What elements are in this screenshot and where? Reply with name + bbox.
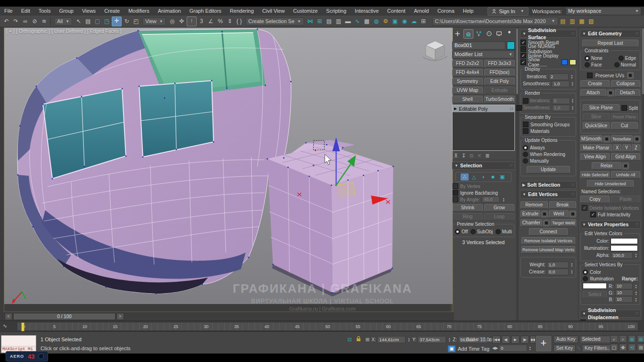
configure-modifier-sets-icon[interactable]: ≣ xyxy=(485,153,489,159)
schematic-view-button[interactable]: ▦ xyxy=(363,17,372,26)
edge-subobject-button[interactable]: △ xyxy=(470,173,478,181)
angle-snap-toggle[interactable]: ∠ xyxy=(206,17,215,26)
menu-item[interactable]: Edit xyxy=(17,7,34,16)
zoom-extents-all-button[interactable]: ◍ xyxy=(637,335,644,343)
orbit-button[interactable]: ⟲ xyxy=(628,344,636,351)
manually-radio[interactable] xyxy=(523,158,528,164)
menu-item[interactable]: Tools xyxy=(34,7,55,16)
preview-subobj-radio[interactable] xyxy=(471,229,476,234)
set-keys-button[interactable]: + xyxy=(535,335,552,352)
planar-z-button[interactable]: Z xyxy=(632,144,640,152)
y-spinner[interactable]: ▲▼ xyxy=(447,337,451,342)
go-to-start-button[interactable]: |◀◀ xyxy=(492,336,501,344)
curve-editor-button[interactable]: ∿ xyxy=(353,17,362,26)
render-smoothness-checkbox[interactable] xyxy=(516,105,522,111)
selection-filter-dropdown[interactable]: All ▼ xyxy=(54,17,72,25)
create-button[interactable]: Create xyxy=(580,80,610,88)
key-mode-toggle[interactable]: ◀▶ xyxy=(492,346,498,350)
constraint-face-radio[interactable] xyxy=(585,62,590,67)
select-by-color-radio[interactable] xyxy=(583,270,588,275)
menu-item[interactable]: Content xyxy=(383,7,410,16)
menu-item[interactable]: Views xyxy=(78,7,100,16)
vertex-properties-header[interactable]: ▼ Vertex Properties ∷ xyxy=(580,221,641,229)
current-frame-field[interactable]: 0 xyxy=(499,345,527,352)
weight-field[interactable]: 1,0 xyxy=(547,262,569,268)
collapse-button[interactable]: Collapse xyxy=(611,80,640,88)
tab-create[interactable] xyxy=(453,29,462,38)
snaps-toggle[interactable]: 3 xyxy=(197,17,206,26)
redo-button[interactable]: ↷ xyxy=(11,17,20,26)
sign-in-button[interactable]: Sign In ▼ xyxy=(487,7,528,16)
remove-isolated-vertices-button[interactable]: Remove Isolated Vertices xyxy=(521,237,575,245)
materials-checkbox[interactable] xyxy=(523,128,528,134)
select-by-illumination-radio[interactable] xyxy=(583,276,588,281)
preview-multi-radio-row[interactable]: Multi xyxy=(495,229,512,234)
constraint-face-row[interactable]: Face xyxy=(585,62,602,67)
render-iterations-checkbox[interactable] xyxy=(523,98,528,104)
b-field[interactable]: 10 xyxy=(615,296,633,303)
menu-item[interactable]: Scripting xyxy=(322,7,351,16)
soft-selection-header[interactable]: ▶ Soft Selection ∷ xyxy=(520,181,577,189)
key-steps-icon[interactable]: ⟍ xyxy=(577,346,580,351)
time-slider-handle[interactable]: 0 / 100 xyxy=(13,313,116,320)
project-path-dropdown[interactable]: C:\Users\Константин\Documents\3ds Max 20… xyxy=(432,17,558,25)
modifier-button-ffdbox[interactable]: FFD(box) xyxy=(484,69,515,76)
hide-selected-button[interactable]: Hide Selected xyxy=(580,171,610,179)
cage-color-swatch-1[interactable] xyxy=(561,59,568,65)
rendered-frame-window-button[interactable]: ▣ xyxy=(391,17,400,26)
toggle-scene-explorer-button[interactable]: ▤ xyxy=(325,17,334,26)
add-time-tag[interactable]: ▣ Add Time Tag xyxy=(448,346,489,352)
cut-button[interactable]: Cut xyxy=(611,122,638,130)
illumination-swatch[interactable] xyxy=(611,245,638,251)
timeline-track[interactable]: 0510152025303540455055606570758085909510… xyxy=(17,322,638,331)
make-unique-icon[interactable]: ⧉ xyxy=(470,153,473,159)
crease-field[interactable]: 0,0 xyxy=(547,269,569,275)
preview-off-radio-row[interactable]: Off xyxy=(455,229,468,234)
pan-button[interactable]: ✥ xyxy=(619,344,627,351)
update-button[interactable]: Update xyxy=(527,166,570,173)
preview-subobj-radio-row[interactable]: SubObj xyxy=(471,229,493,234)
menu-item[interactable]: Customize xyxy=(289,7,322,16)
spinner-snap-toggle[interactable]: ⇕ xyxy=(225,17,234,26)
menu-item[interactable]: Rendering xyxy=(226,7,258,16)
maxscript-output-pane[interactable] xyxy=(1,336,36,346)
time-slider-next-button[interactable]: > xyxy=(116,313,124,320)
rectangular-selection-region-button[interactable]: ▢ xyxy=(93,17,102,26)
hide-unselected-button[interactable]: Hide Unselected xyxy=(587,180,634,188)
y-coordinate-field[interactable]: 37,543cm xyxy=(418,336,446,343)
menu-item[interactable]: Group xyxy=(55,7,78,16)
render-gallery-button[interactable]: ⊞ xyxy=(419,17,428,26)
grid-align-button[interactable]: Grid Align xyxy=(611,153,640,161)
remove-unused-map-verts-button[interactable]: Remove Unused Map Verts xyxy=(521,246,575,254)
selection-rollout-header[interactable]: ▼ Selection ∷ xyxy=(452,162,515,170)
stack-item-editable-poly[interactable]: ▶ Editable Poly ∷ xyxy=(453,105,514,112)
viewport-label[interactable]: [ + ] [ Orthographic ] [ User Defined ] … xyxy=(6,29,122,34)
full-interactivity-checkbox[interactable]: ✓ xyxy=(590,212,596,217)
break-button[interactable]: Break xyxy=(549,201,577,209)
align-button[interactable]: ⊞ xyxy=(315,17,324,26)
select-and-link-button[interactable]: ∞ xyxy=(21,17,30,26)
shrink-button[interactable]: Shrink xyxy=(453,204,483,212)
chamfer-button[interactable]: Chamfer xyxy=(520,219,542,227)
toggle-ribbon-button[interactable]: ▬ xyxy=(344,17,353,26)
menu-item[interactable]: Modifiers xyxy=(124,7,154,16)
play-button[interactable]: ▶ xyxy=(511,336,520,344)
g-field[interactable]: 10 xyxy=(615,289,633,296)
constraint-none-row[interactable]: None xyxy=(585,56,603,61)
constraint-edge-row[interactable]: Edge xyxy=(619,56,636,61)
menu-item[interactable]: Create xyxy=(100,7,124,16)
remove-button[interactable]: Remove xyxy=(520,201,548,209)
set-project-folder-button[interactable]: ▤ xyxy=(559,17,568,26)
auto-key-button[interactable]: Auto Key xyxy=(553,336,578,343)
selection-lock-toggle[interactable] xyxy=(355,336,363,343)
modifier-stack[interactable]: ▶ Editable Poly ∷ xyxy=(452,105,515,151)
preserve-uvs-checkbox[interactable] xyxy=(587,73,593,78)
quickslice-button[interactable]: QuickSlice xyxy=(583,122,610,130)
mini-curve-editor-icon[interactable]: ∿ xyxy=(3,323,7,329)
border-subobject-button[interactable]: ◗ xyxy=(479,173,487,181)
x-coordinate-field[interactable]: 144,61cm xyxy=(377,336,405,343)
mirror-button[interactable]: ⋈ xyxy=(306,17,315,26)
weld-settings-button[interactable] xyxy=(570,211,576,217)
maximize-viewport-toggle[interactable]: ⊞ xyxy=(637,344,644,351)
manually-radio-row[interactable]: Manually xyxy=(523,157,574,164)
